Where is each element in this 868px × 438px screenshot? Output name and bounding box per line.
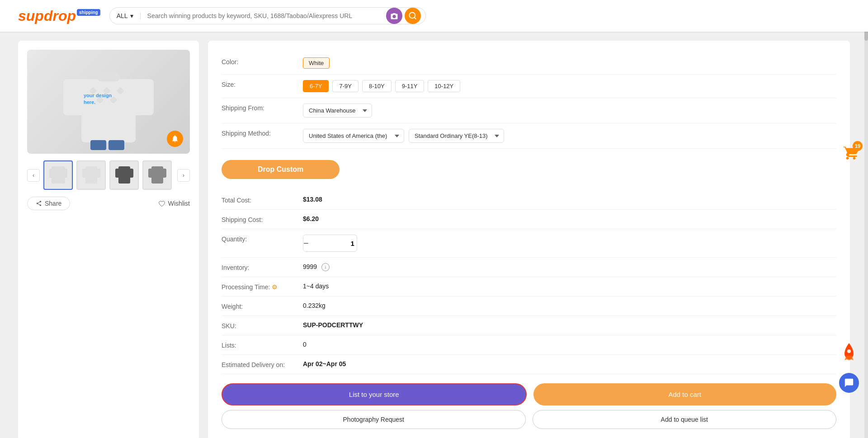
svg-rect-14 xyxy=(49,169,55,178)
shipping-from-select[interactable]: China Warehouse xyxy=(303,104,372,118)
search-button[interactable] xyxy=(405,8,421,24)
magnifier-icon xyxy=(409,12,417,20)
quantity-label: Quantity: xyxy=(222,235,294,243)
search-input[interactable] xyxy=(141,8,382,24)
logo-badge: shipping xyxy=(77,9,100,16)
svg-rect-2 xyxy=(131,79,154,115)
shipping-method-value: United States of America (the) Standard … xyxy=(303,129,836,143)
svg-rect-0 xyxy=(81,79,136,142)
cart-button[interactable]: 19 xyxy=(843,145,859,163)
inventory-row: Inventory: 9999 i xyxy=(222,258,836,277)
rocket-button[interactable] xyxy=(841,342,857,366)
floating-bottom-icons xyxy=(839,342,859,393)
svg-rect-23 xyxy=(148,169,153,178)
svg-rect-20 xyxy=(115,169,120,178)
thumbnail-2[interactable] xyxy=(76,160,106,190)
logo-text: supdrop xyxy=(18,8,76,24)
product-image-placeholder: your design here. xyxy=(27,50,190,154)
quantity-input[interactable] xyxy=(309,240,357,247)
camera-search-button[interactable] xyxy=(386,8,402,24)
thumbnails xyxy=(43,160,174,190)
processing-time-label: Processing Time: ⚙ xyxy=(222,283,294,291)
add-to-queue-button[interactable]: Add to queue list xyxy=(533,410,837,429)
shipping-cost-label: Shipping Cost: xyxy=(222,215,294,223)
cart-badge: 19 xyxy=(853,141,863,151)
next-thumbnail-button[interactable]: › xyxy=(177,169,190,182)
quantity-row: Quantity: − + xyxy=(222,229,836,258)
shipping-from-row: Shipping From: China Warehouse xyxy=(222,98,836,123)
chevron-down-icon: ▾ xyxy=(130,12,133,19)
svg-rect-15 xyxy=(62,169,67,178)
weight-row: Weight: 0.232kg xyxy=(222,297,836,316)
size-6-7y-button[interactable]: 6-7Y xyxy=(303,80,329,92)
inventory-value: 9999 i xyxy=(303,263,836,271)
prev-thumbnail-button[interactable]: ‹ xyxy=(27,169,40,182)
actions-row: Share Wishlist xyxy=(27,197,190,210)
logo[interactable]: supdrop shipping xyxy=(18,8,100,24)
search-filter[interactable]: ALL ▾ xyxy=(110,12,141,19)
svg-point-26 xyxy=(847,349,851,353)
bell-icon xyxy=(171,135,179,143)
search-bar: ALL ▾ xyxy=(109,7,426,24)
processing-icon: ⚙ xyxy=(272,283,278,291)
svg-rect-3 xyxy=(97,72,120,81)
drop-custom-button[interactable]: Drop Custom xyxy=(222,160,340,179)
total-cost-row: Total Cost: $13.08 xyxy=(222,190,836,210)
svg-rect-18 xyxy=(95,169,100,178)
shipping-country-select[interactable]: United States of America (the) xyxy=(303,129,404,143)
size-9-11y-button[interactable]: 9-11Y xyxy=(395,80,425,92)
rocket-icon xyxy=(841,342,857,362)
wishlist-button[interactable]: Wishlist xyxy=(158,200,190,207)
inventory-info-icon[interactable]: i xyxy=(321,263,330,271)
product-illustration: your design here. xyxy=(63,52,154,151)
header: supdrop shipping ALL ▾ xyxy=(0,0,868,32)
main-content: your design here. ‹ xyxy=(0,32,868,438)
estimated-delivery-row: Estimated Delivery on: Apr 02~Apr 05 xyxy=(222,355,836,374)
action-buttons-secondary: Photography Request Add to queue list xyxy=(222,410,836,429)
quantity-stepper: − + xyxy=(303,235,357,252)
shipping-method-label: Shipping Method: xyxy=(222,129,294,137)
color-white-button[interactable]: White xyxy=(303,57,330,69)
list-to-store-button[interactable]: List to your store xyxy=(222,383,527,405)
color-label: Color: xyxy=(222,57,294,66)
thumbnail-1[interactable] xyxy=(43,160,73,190)
thumbnail-3[interactable] xyxy=(109,160,139,190)
svg-rect-21 xyxy=(128,169,133,178)
size-row: Size: 6-7Y 7-9Y 8-10Y 9-11Y 10-12Y xyxy=(222,75,836,98)
sku-row: SKU: SUP-PODCERTTWY xyxy=(222,316,836,335)
inventory-label: Inventory: xyxy=(222,263,294,271)
size-7-9y-button[interactable]: 7-9Y xyxy=(332,80,358,92)
color-options: White xyxy=(303,57,836,69)
lists-label: Lists: xyxy=(222,341,294,349)
main-image: your design here. xyxy=(27,50,190,154)
sku-label: SKU: xyxy=(222,321,294,330)
sku-value: SUP-PODCERTTWY xyxy=(303,321,836,329)
product-images-panel: your design here. ‹ xyxy=(18,41,199,438)
shipping-cost-value: $6.20 xyxy=(303,215,836,222)
estimated-delivery-value: Apr 02~Apr 05 xyxy=(303,360,836,367)
svg-text:your design: your design xyxy=(84,93,112,98)
size-10-12y-button[interactable]: 10-12Y xyxy=(428,80,460,92)
color-row: Color: White xyxy=(222,52,836,75)
size-label: Size: xyxy=(222,80,294,88)
weight-value: 0.232kg xyxy=(303,302,836,309)
chat-button[interactable] xyxy=(839,373,859,393)
thumbnail-4[interactable] xyxy=(142,160,172,190)
thumbnail-nav: ‹ xyxy=(27,160,190,190)
notification-badge[interactable] xyxy=(167,131,183,147)
weight-label: Weight: xyxy=(222,302,294,310)
scrollbar[interactable] xyxy=(864,0,868,438)
shipping-from-value: China Warehouse xyxy=(303,104,836,118)
svg-rect-17 xyxy=(82,169,87,178)
add-to-cart-button[interactable]: Add to cart xyxy=(533,383,837,405)
svg-rect-11 xyxy=(90,140,106,150)
size-8-10y-button[interactable]: 8-10Y xyxy=(362,80,392,92)
heart-icon xyxy=(158,200,165,207)
photography-request-button[interactable]: Photography Request xyxy=(222,410,526,429)
processing-time-row: Processing Time: ⚙ 1~4 days xyxy=(222,277,836,297)
quantity-stepper-container: − + xyxy=(303,235,836,252)
total-cost-value: $13.08 xyxy=(303,196,836,203)
shipping-type-select[interactable]: Standard Ordinary YE(8-13) xyxy=(409,129,504,143)
quantity-decrease-button[interactable]: − xyxy=(303,235,309,251)
share-button[interactable]: Share xyxy=(27,197,70,210)
